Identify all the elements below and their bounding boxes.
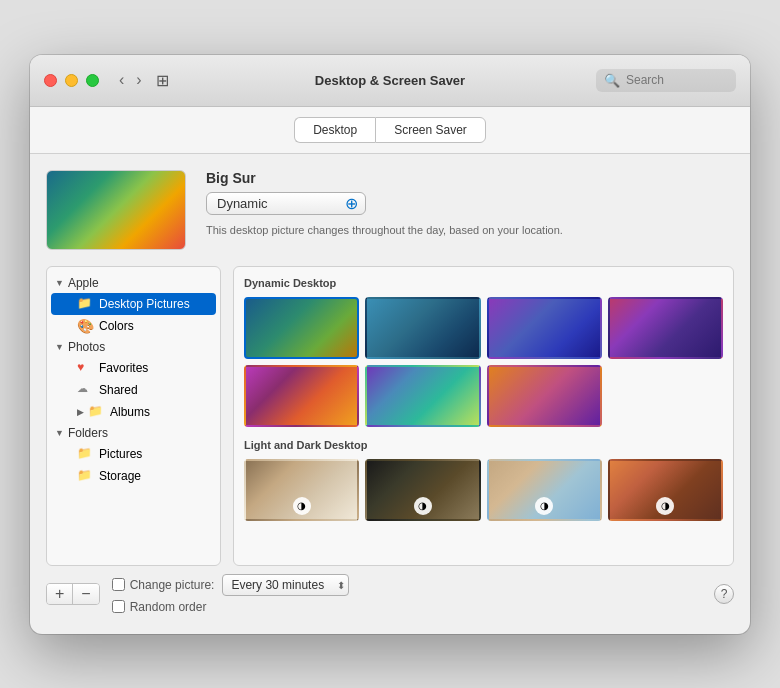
cloud-icon: ☁ xyxy=(77,382,93,398)
sidebar-item-label-albums: Albums xyxy=(110,405,150,419)
style-dropdown-row: Dynamic Light Dark ⊕ xyxy=(206,192,734,215)
search-icon: 🔍 xyxy=(604,73,620,88)
gallery-thumb-4[interactable] xyxy=(608,297,723,359)
gallery-thumb-3[interactable] xyxy=(487,297,602,359)
wallpaper-name: Big Sur xyxy=(206,170,734,186)
toggle-icon-ld1: ◑ xyxy=(293,497,311,515)
forward-button[interactable]: › xyxy=(132,69,145,91)
add-button[interactable]: + xyxy=(47,584,72,604)
interval-select[interactable]: Every 5 seconds Every 1 minute Every 5 m… xyxy=(222,574,349,596)
folder-pictures-icon: 📁 xyxy=(77,446,93,462)
search-input[interactable] xyxy=(626,73,728,87)
gallery-section-lightdark-title: Light and Dark Desktop xyxy=(244,439,723,451)
main-content: Big Sur Dynamic Light Dark ⊕ This deskto… xyxy=(30,154,750,634)
sidebar-item-favorites[interactable]: ♥ Favorites xyxy=(51,357,216,379)
nav-buttons: ‹ › xyxy=(115,69,146,91)
folder-albums-icon: 📁 xyxy=(88,404,104,420)
preview-info: Big Sur Dynamic Light Dark ⊕ This deskto… xyxy=(206,170,734,238)
folder-icon: 📁 xyxy=(77,296,93,312)
preview-description: This desktop picture changes throughout … xyxy=(206,223,734,238)
triangle-down-icon-photos: ▼ xyxy=(55,342,64,352)
sidebar-section-folders[interactable]: ▼ Folders xyxy=(47,423,220,443)
style-select-wrapper: Dynamic Light Dark ⊕ xyxy=(206,192,366,215)
gallery-section-dynamic-title: Dynamic Desktop xyxy=(244,277,723,289)
traffic-lights xyxy=(44,74,99,87)
gallery-thumb-ld2[interactable]: ◑ xyxy=(365,459,480,521)
gallery-thumb-ld4[interactable]: ◑ xyxy=(608,459,723,521)
sidebar-item-desktop-pictures[interactable]: 📁 Desktop Pictures xyxy=(51,293,216,315)
maximize-button[interactable] xyxy=(86,74,99,87)
gallery-thumb-7[interactable] xyxy=(487,365,602,427)
sidebar-item-pictures[interactable]: 📁 Pictures xyxy=(51,443,216,465)
add-remove-buttons: + − xyxy=(46,583,100,605)
triangle-down-icon-folders: ▼ xyxy=(55,428,64,438)
minimize-button[interactable] xyxy=(65,74,78,87)
change-picture-row: Change picture: Every 5 seconds Every 1 … xyxy=(112,574,702,596)
colors-circle-icon: 🎨 xyxy=(77,318,93,334)
gallery-thumb-1[interactable] xyxy=(244,297,359,359)
sidebar-section-apple-label: Apple xyxy=(68,276,99,290)
remove-button[interactable]: − xyxy=(72,584,98,604)
triangle-right-icon: ▶ xyxy=(77,407,84,417)
change-picture-checkbox[interactable] xyxy=(112,578,125,591)
main-window: ‹ › ⊞ Desktop & Screen Saver 🔍 Desktop S… xyxy=(30,55,750,634)
gallery-thumb-6[interactable] xyxy=(365,365,480,427)
gallery-grid-dynamic xyxy=(244,297,723,427)
gallery-thumb-ld1[interactable]: ◑ xyxy=(244,459,359,521)
sidebar-item-storage[interactable]: 📁 Storage xyxy=(51,465,216,487)
toggle-icon-ld4: ◑ xyxy=(656,497,674,515)
close-button[interactable] xyxy=(44,74,57,87)
help-button[interactable]: ? xyxy=(714,584,734,604)
sidebar-item-label-favorites: Favorites xyxy=(99,361,148,375)
sidebar-item-label-desktop-pictures: Desktop Pictures xyxy=(99,297,190,311)
random-order-row: Random order xyxy=(112,600,702,614)
change-picture-text: Change picture: xyxy=(130,578,215,592)
style-select[interactable]: Dynamic Light Dark xyxy=(206,192,366,215)
sidebar-item-colors[interactable]: 🎨 Colors xyxy=(51,315,216,337)
gallery-container: Dynamic Desktop Light and Dark Desktop xyxy=(233,266,734,566)
random-order-label: Random order xyxy=(112,600,207,614)
tab-bar: Desktop Screen Saver xyxy=(30,107,750,154)
change-picture-label: Change picture: xyxy=(112,578,215,592)
titlebar: ‹ › ⊞ Desktop & Screen Saver 🔍 xyxy=(30,55,750,107)
sidebar-section-folders-label: Folders xyxy=(68,426,108,440)
bottom-bar: + − Change picture: Every 5 seconds Ever… xyxy=(46,566,734,618)
sidebar-item-label-pictures: Pictures xyxy=(99,447,142,461)
sidebar-section-apple[interactable]: ▼ Apple xyxy=(47,273,220,293)
sidebar-section-photos-label: Photos xyxy=(68,340,105,354)
window-title: Desktop & Screen Saver xyxy=(315,73,465,88)
preview-section: Big Sur Dynamic Light Dark ⊕ This deskto… xyxy=(46,170,734,250)
main-area: ▼ Apple 📁 Desktop Pictures 🎨 Colors ▼ Ph… xyxy=(46,266,734,566)
tab-desktop[interactable]: Desktop xyxy=(294,117,375,143)
sidebar: ▼ Apple 📁 Desktop Pictures 🎨 Colors ▼ Ph… xyxy=(46,266,221,566)
triangle-down-icon: ▼ xyxy=(55,278,64,288)
sidebar-section-photos[interactable]: ▼ Photos xyxy=(47,337,220,357)
right-panel: Dynamic Desktop Light and Dark Desktop xyxy=(233,266,734,566)
toggle-icon-ld2: ◑ xyxy=(414,497,432,515)
search-box: 🔍 xyxy=(596,69,736,92)
gallery-thumb-2[interactable] xyxy=(365,297,480,359)
folder-storage-icon: 📁 xyxy=(77,468,93,484)
sidebar-item-label-storage: Storage xyxy=(99,469,141,483)
sidebar-item-label-shared: Shared xyxy=(99,383,138,397)
sidebar-item-label-colors: Colors xyxy=(99,319,134,333)
random-order-checkbox[interactable] xyxy=(112,600,125,613)
back-button[interactable]: ‹ xyxy=(115,69,128,91)
heart-icon: ♥ xyxy=(77,360,93,376)
gallery-grid-lightdark: ◑ ◑ ◑ ◑ xyxy=(244,459,723,521)
gallery-thumb-5[interactable] xyxy=(244,365,359,427)
preview-image xyxy=(46,170,186,250)
toggle-icon-ld3: ◑ xyxy=(535,497,553,515)
sidebar-item-albums[interactable]: ▶ 📁 Albums xyxy=(51,401,216,423)
change-picture-controls: Change picture: Every 5 seconds Every 1 … xyxy=(112,574,702,614)
random-order-text: Random order xyxy=(130,600,207,614)
sidebar-item-shared[interactable]: ☁ Shared xyxy=(51,379,216,401)
tab-screensaver[interactable]: Screen Saver xyxy=(375,117,486,143)
gallery-thumb-ld3[interactable]: ◑ xyxy=(487,459,602,521)
grid-icon[interactable]: ⊞ xyxy=(156,71,169,90)
interval-select-wrapper: Every 5 seconds Every 1 minute Every 5 m… xyxy=(222,574,349,596)
